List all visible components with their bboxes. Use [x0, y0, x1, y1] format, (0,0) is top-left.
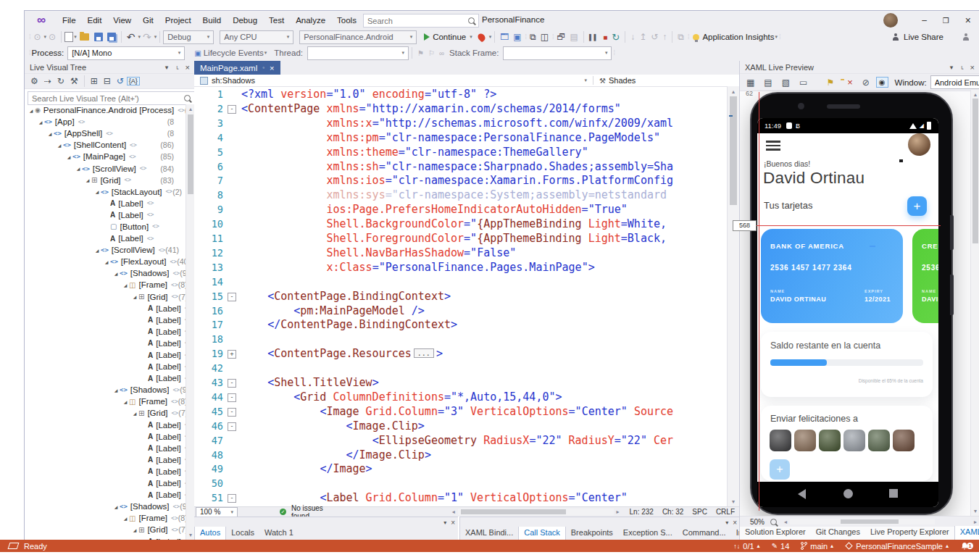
tree-row[interactable]: ◢<>[StackLayout]<>(2) [25, 186, 186, 198]
fold-toggle[interactable]: - [228, 408, 236, 417]
panel-close-icon[interactable]: × [970, 63, 975, 72]
tree-row[interactable]: ◢<>[FlexLayout]<>(40) [25, 256, 186, 267]
run-to-cursor-icon[interactable]: ↑ [662, 32, 667, 42]
xaml-window-icon[interactable]: ⧉ [530, 32, 536, 42]
view-xaml-icon[interactable]: <> [171, 398, 178, 405]
layout-adorners-icon[interactable]: ▦ [746, 78, 754, 88]
view-xaml-icon[interactable]: <> [173, 270, 180, 277]
menu-tools[interactable]: Tools [331, 12, 362, 29]
tree-row[interactable]: A[Label]<> [25, 454, 186, 466]
reset-icon[interactable]: ↺ [117, 76, 124, 86]
clear-guides-icon[interactable]: × [847, 77, 853, 88]
collapsed-region[interactable]: ... [414, 348, 434, 358]
scroll-left-icon[interactable]: ◂ [784, 519, 787, 525]
fold-toggle[interactable]: - [228, 105, 236, 114]
tool-window-icon[interactable]: 🗔 [500, 32, 509, 42]
tab-breakpoints[interactable]: Breakpoints [566, 527, 618, 540]
tree-row[interactable]: ◢<>[MainPage]<>(85) [25, 151, 186, 162]
tree-row[interactable]: ◢<>[ScrollView]<>(84) [25, 162, 186, 174]
expander-icon[interactable]: ◢ [84, 177, 91, 183]
tree-row[interactable]: A[Label]<> [25, 233, 186, 244]
view-xaml-icon[interactable]: <> [78, 119, 86, 125]
expander-icon[interactable]: ◢ [131, 527, 138, 532]
fold-toggle[interactable]: - [228, 422, 236, 431]
tree-row[interactable]: A[Label]<> [25, 431, 186, 443]
add-friend-button[interactable]: + [770, 459, 790, 480]
tree-row[interactable]: A[Label]<> [25, 361, 186, 372]
tab-command[interactable]: Command... [678, 527, 731, 540]
scroll-down-icon[interactable]: ▾ [971, 508, 979, 514]
device-window-icon[interactable]: ▣ [513, 32, 521, 42]
tree-row[interactable]: A[Label]<> [25, 338, 186, 349]
tree-row[interactable]: A[Label]<> [25, 349, 186, 361]
collapse-all-icon[interactable]: ⊟ [104, 76, 111, 86]
settings-gear-icon[interactable]: ⚙ [30, 76, 38, 86]
navigate-forward-icon[interactable]: ⊙ [49, 32, 56, 42]
solution-config-select[interactable]: Debug▾ [163, 30, 214, 44]
view-xaml-icon[interactable]: <> [106, 130, 113, 137]
menu-test[interactable]: Test [263, 12, 290, 29]
pause-icon[interactable]: ▌▌ [589, 34, 599, 41]
scroll-up-icon[interactable]: ▴ [728, 86, 739, 95]
panel-close-icon[interactable]: × [186, 63, 190, 72]
preview-zoom-value[interactable]: 50% [750, 518, 765, 526]
branch-status[interactable]: main ▴ [801, 542, 833, 551]
stop-icon[interactable]: ■ [603, 33, 607, 41]
view-xaml-icon[interactable]: <> [130, 142, 137, 149]
tab-autos[interactable]: Autos [194, 527, 226, 541]
just-my-xaml-toggle[interactable]: {A} [127, 77, 140, 85]
view-xaml-icon[interactable]: <> [147, 200, 154, 206]
step-over-icon[interactable]: ↺ [651, 32, 658, 42]
tab-locals[interactable]: Locals [226, 527, 259, 540]
expander-icon[interactable]: ◢ [131, 411, 138, 416]
save-icon[interactable] [94, 33, 103, 41]
recents-button[interactable] [889, 489, 898, 498]
step-out-icon[interactable]: ↥ [639, 32, 646, 42]
tree-row[interactable]: ◢⊞[Grid]<>(7) [25, 407, 186, 419]
frames-icon[interactable]: ∞ [439, 49, 444, 57]
lifecycle-events-button[interactable]: Lifecycle Events [204, 49, 264, 57]
preview-scrollbar[interactable]: ▴ ▾ [970, 90, 979, 516]
fold-toggle[interactable]: - [228, 393, 236, 402]
live-share-button[interactable]: Live Share [904, 33, 943, 41]
snap-icon[interactable]: ▭ [799, 78, 807, 88]
scroll-left-icon[interactable]: ◂ [452, 509, 455, 515]
search-input[interactable]: Search [363, 14, 479, 28]
tree-search-input[interactable]: Search Live Visual Tree (Alt+') [28, 91, 195, 105]
view-xaml-icon[interactable]: <> [172, 293, 179, 300]
zoom-icon[interactable] [770, 519, 777, 525]
disable-preview-icon[interactable]: ⊘ [862, 78, 870, 88]
panel-pin-icon[interactable]: ⌐ [173, 65, 180, 69]
menu-file[interactable]: File [57, 12, 82, 29]
view-xaml-icon[interactable]: <> [172, 410, 179, 417]
continue-button[interactable]: Continue [433, 33, 466, 41]
panel-pin-icon[interactable]: ⌐ [958, 65, 965, 69]
desktop-window-icon[interactable]: 🗗 [557, 32, 566, 42]
menu-view[interactable]: View [107, 12, 137, 29]
friend-avatar[interactable] [843, 430, 865, 451]
split-window-icon[interactable]: ◫ [541, 32, 549, 42]
menu-analyze[interactable]: Analyze [290, 12, 331, 29]
tree-row[interactable]: ◢⊞[Grid]<>(7) [25, 524, 186, 535]
menu-build[interactable]: Build [197, 12, 228, 29]
friend-avatar[interactable] [819, 430, 841, 451]
scroll-right-icon[interactable]: ▸ [974, 519, 977, 525]
panel-menu-icon[interactable]: ▾ [950, 64, 954, 71]
restart-icon[interactable]: ↻ [612, 32, 620, 43]
tree-row[interactable]: A[Label]<> [25, 443, 186, 454]
minimize-button[interactable]: – [922, 15, 927, 25]
panel-menu-icon[interactable]: ▾ [165, 64, 169, 71]
panel-menu-icon[interactable]: ▾ [725, 519, 728, 526]
expander-icon[interactable]: ◢ [122, 516, 129, 521]
tree-row[interactable]: A[Label]<> [25, 326, 186, 338]
view-xaml-icon[interactable]: <> [159, 247, 166, 254]
expand-all-icon[interactable]: ⊞ [91, 76, 98, 86]
expander-icon[interactable]: ◢ [46, 131, 54, 136]
tree-row[interactable]: ◢⊞[Grid]<>(7) [25, 291, 186, 303]
fold-toggle[interactable]: + [228, 350, 236, 359]
home-button[interactable] [843, 489, 853, 498]
tab-close-icon[interactable]: × [270, 64, 274, 72]
tree-row[interactable]: ◢<>[Shadows]<>(9) [25, 267, 186, 279]
save-all-icon[interactable] [107, 33, 116, 41]
undo-icon[interactable]: ↶ [127, 31, 136, 43]
